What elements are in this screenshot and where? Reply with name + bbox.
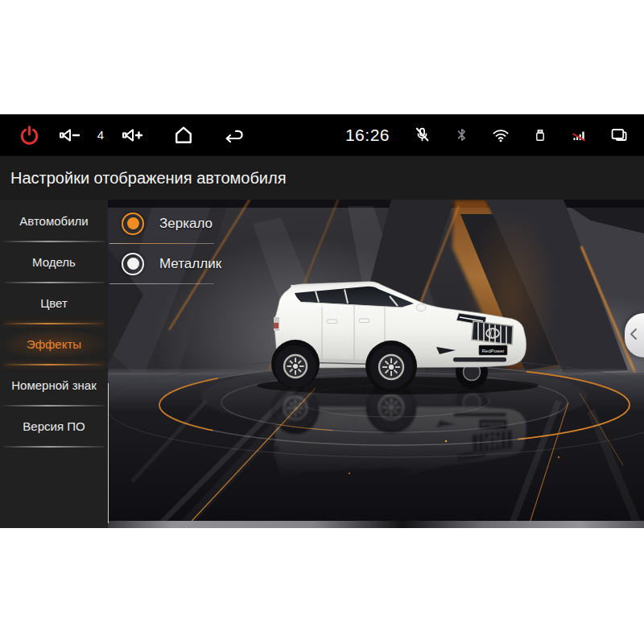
divider [3,446,105,448]
bluetooth-icon [451,125,472,146]
sidebar: Автомобили Модель Цвет Эффекты Номерной … [0,200,108,528]
sidebar-item-model[interactable]: Модель [0,242,108,282]
back-icon [221,125,246,146]
volume-level: 4 [93,128,108,142]
home-icon [172,124,195,147]
volume-down-icon [57,125,81,146]
status-bar: 4 16:26 [0,114,644,155]
title-bar: Настройки отображения автомобиля [0,155,644,200]
status-bar-right: 16:26 [345,125,630,146]
status-bar-left: 4 [13,119,250,151]
option-mirror[interactable]: Зеркало [108,204,293,243]
head-unit-screen: 4 16:26 [0,114,644,528]
volume-down-button[interactable] [53,119,85,151]
chevron-left-icon [630,328,638,344]
power-button[interactable] [13,119,45,151]
no-signal-icon [569,125,590,146]
power-icon [19,124,40,146]
option-metallic[interactable]: Металлик [108,244,293,283]
panel-separator-highlight [108,383,109,523]
sidebar-item-color[interactable]: Цвет [0,283,108,323]
effects-options: Зеркало Металлик [108,204,293,284]
radio-metallic[interactable] [122,253,144,275]
sidebar-item-cars[interactable]: Автомобили [0,201,108,241]
sidebar-item-effects[interactable]: Эффекты [0,324,108,364]
mic-muted-icon [411,125,432,146]
content: Автомобили Модель Цвет Эффекты Номерной … [0,200,644,528]
clock: 16:26 [345,126,390,145]
divider [109,283,214,284]
car-preview-area: RedPower [108,200,644,528]
wifi-icon [490,125,511,146]
volume-up-button[interactable] [116,119,148,151]
home-button[interactable] [167,119,200,151]
option-mirror-label: Зеркало [159,216,213,232]
back-button[interactable] [217,119,250,151]
volume-up-icon [120,125,144,146]
page-title: Настройки отображения автомобиля [10,169,287,188]
recents-icon[interactable] [609,125,630,146]
option-metallic-label: Металлик [159,256,221,272]
radio-mirror[interactable] [122,213,144,235]
sidebar-item-license-plate[interactable]: Номерной знак [0,365,108,405]
usb-drive-icon [530,125,551,146]
sidebar-item-software-version[interactable]: Версия ПО [0,407,108,446]
